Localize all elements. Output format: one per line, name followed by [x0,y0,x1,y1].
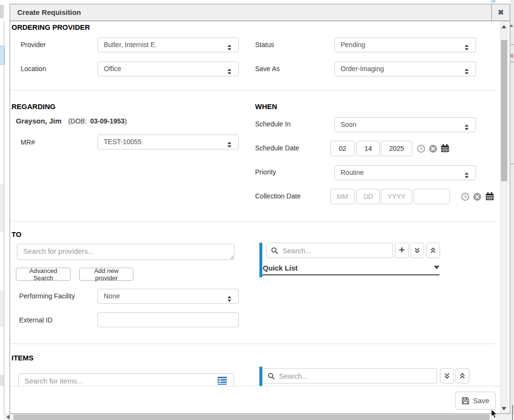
select-stepper-icon [227,66,232,73]
save-as-select[interactable]: Order-Imaging [334,62,476,76]
when-heading: WHEN [255,102,277,111]
quick-list-header[interactable]: Quick List [263,264,298,272]
schedule-year-input[interactable] [381,141,412,156]
screen: Create Requisition ✖ ORDERING PROVIDER P… [0,0,514,420]
items-search-input[interactable]: Search for items... [18,373,234,386]
location-select-value: Office [104,65,121,73]
items-expand-all-button[interactable] [440,368,454,383]
section-divider [11,221,496,222]
schedule-time-clock-icon[interactable] [417,145,425,155]
background-fragment [511,54,512,58]
select-stepper-icon [227,293,232,300]
dob-value: 03-09-1953 [90,117,125,125]
collection-day-input[interactable] [356,189,380,204]
select-stepper-icon [464,122,469,128]
horizontal-scrollbar-thumb[interactable] [13,414,490,420]
background-fragment [0,5,4,18]
performing-facility-label: Performing Facility [19,292,75,300]
double-chevron-down-icon [414,247,421,254]
dialog-header: Create Requisition [10,4,510,21]
collection-date-calendar-icon[interactable] [485,192,494,203]
priority-label: Priority [255,168,276,176]
close-icon: ✖ [498,8,504,17]
select-stepper-icon [464,170,469,176]
schedule-date-calendar-icon[interactable] [441,144,450,155]
items-search-placeholder: Search for items... [24,377,83,385]
patient-name: Grayson, Jim [16,117,61,125]
advanced-search-button[interactable]: Advanced Search [16,268,71,281]
location-select[interactable]: Office [98,62,239,76]
background-fragment [0,375,4,386]
scroll-down-arrow-icon[interactable] [502,407,506,410]
background-fragment [4,21,4,414]
schedule-in-select[interactable]: Soon [334,117,476,132]
provider-label: Provider [21,41,46,49]
status-select-value: Pending [341,41,365,49]
provider-search-textarea[interactable] [17,244,234,260]
save-button[interactable]: Save [455,392,496,409]
collection-time-clock-icon[interactable] [461,193,469,203]
collection-time-input[interactable] [414,189,450,204]
items-quick-list-accent-bar [259,367,262,386]
items-quick-search-input[interactable] [278,371,432,381]
add-quick-list-button[interactable]: + [395,243,409,258]
add-new-provider-button[interactable]: Add new provider [79,268,134,281]
quick-list-caret-icon[interactable] [434,266,440,269]
status-label: Status [255,41,274,49]
items-table-icon[interactable] [217,376,227,385]
double-chevron-up-icon [459,372,466,380]
collection-month-input[interactable] [330,189,355,204]
dialog-title: Create Requisition [17,4,81,21]
select-stepper-icon [464,42,469,49]
external-id-label: External ID [19,316,52,324]
regarding-heading: REGARDING [12,102,56,111]
quick-list-accent-bar [259,243,262,277]
save-as-select-value: Order-Imaging [341,65,384,73]
background-fragment [491,0,496,3]
collapse-all-button[interactable] [426,243,440,258]
scroll-up-arrow-icon[interactable] [502,25,506,28]
external-id-input[interactable] [98,312,239,327]
patient-summary: Grayson, Jim (DOB: 03-09-1953) [16,117,127,125]
collection-date-label: Collection Date [255,192,301,200]
background-fragment [512,54,513,58]
to-heading: TO [12,230,22,238]
schedule-date-clear-icon[interactable] [429,145,437,155]
schedule-in-label: Schedule In [255,120,291,128]
provider-quick-search-input[interactable] [281,246,388,255]
items-quick-search[interactable] [263,368,437,383]
vertical-scrollbar-thumb[interactable] [501,40,507,181]
schedule-in-select-value: Soon [341,121,356,128]
mr-select[interactable]: TEST-10055 [98,135,239,149]
quick-list-underline [262,274,440,275]
search-icon [271,247,278,254]
items-heading: ITEMS [12,354,34,362]
collection-year-input[interactable] [381,189,412,204]
expand-all-button[interactable] [410,243,424,258]
dob-suffix: ) [124,117,127,125]
section-divider [11,344,496,344]
schedule-day-input[interactable] [356,141,380,156]
status-select[interactable]: Pending [334,37,476,52]
footer-divider [10,386,500,386]
search-icon [268,372,275,380]
priority-select[interactable]: Routine [334,165,476,180]
provider-select-value: Butler, Internist E. [104,41,157,49]
background-fragment [510,163,514,164]
save-icon [462,397,469,405]
schedule-month-input[interactable] [330,141,355,156]
performing-facility-select[interactable]: None [98,289,239,304]
collection-date-clear-icon[interactable] [473,193,481,203]
background-fragment [510,62,514,62]
save-button-label: Save [473,396,489,405]
ordering-provider-heading: ORDERING PROVIDER [12,23,90,31]
mr-select-value: TEST-10055 [104,138,142,146]
schedule-date-label: Schedule Date [255,144,299,152]
background-fragment [510,44,514,45]
items-collapse-all-button[interactable] [455,368,469,383]
provider-select[interactable]: Butler, Internist E. [98,37,239,52]
provider-quick-search[interactable] [266,243,393,258]
scroll-left-arrow-icon[interactable] [6,415,10,420]
close-button[interactable]: ✖ [491,4,510,21]
select-stepper-icon [227,42,232,49]
